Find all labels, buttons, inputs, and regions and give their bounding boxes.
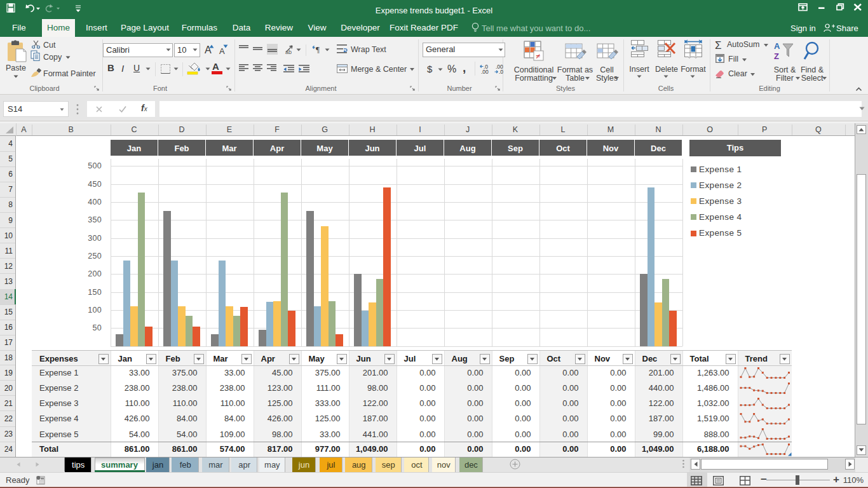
svg-text:.00: .00 [481, 69, 489, 74]
svg-text:ab: ab [285, 49, 292, 55]
svg-text:A: A [774, 41, 780, 51]
svg-text:≠: ≠ [536, 51, 540, 61]
svg-text:Z: Z [774, 51, 779, 61]
svg-text:¶: ¶ [316, 44, 320, 54]
svg-text:.0: .0 [499, 69, 503, 74]
